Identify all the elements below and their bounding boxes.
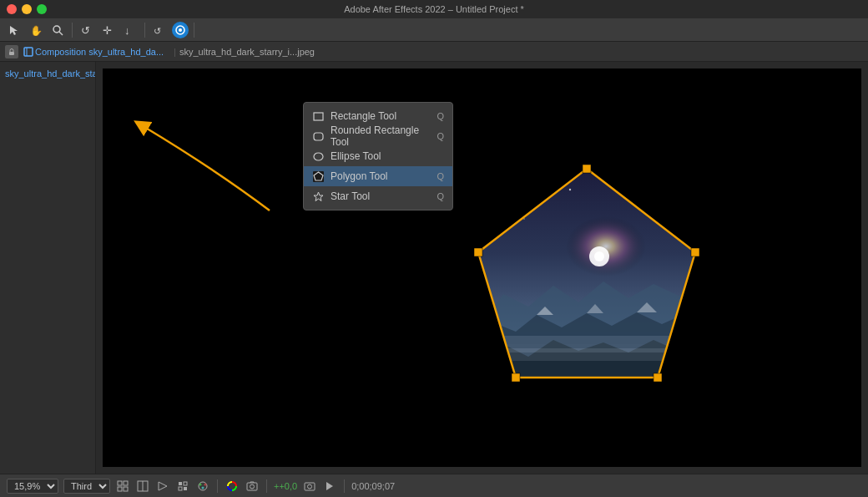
svg-text:↺: ↺	[81, 24, 90, 36]
shape-tool-button[interactable]	[172, 22, 189, 38]
svg-point-32	[669, 218, 671, 220]
canvas-black	[103, 68, 861, 467]
layer-tab-label[interactable]: sky_ultra_hd_dark_starry_i...jpeg	[179, 47, 315, 57]
view-toggle[interactable]	[135, 479, 150, 494]
svg-text:↺: ↺	[154, 26, 161, 36]
rounded-rectangle-tool-item[interactable]: Rounded Rectangle Tool Q	[304, 126, 452, 146]
svg-rect-53	[179, 482, 182, 485]
hand-tool[interactable]: ✋	[27, 21, 45, 39]
svg-rect-38	[474, 248, 482, 256]
minimize-button[interactable]	[22, 4, 32, 14]
snapshot-btn[interactable]	[245, 479, 260, 494]
svg-text:✋: ✋	[30, 24, 42, 36]
window-controls	[7, 4, 47, 14]
svg-rect-11	[24, 48, 33, 56]
separator-3	[194, 23, 194, 38]
star-tool-shortcut: Q	[437, 191, 444, 201]
pixel-toggle[interactable]	[175, 479, 190, 494]
maximize-button[interactable]	[37, 4, 47, 14]
move-down-tool[interactable]: ↓	[121, 21, 139, 39]
window-title: Adobe After Effects 2022 – Untitled Proj…	[344, 4, 524, 14]
svg-point-42	[314, 153, 323, 160]
lock-icon	[5, 45, 18, 58]
svg-rect-37	[512, 373, 520, 382]
star-tool-item[interactable]: Star Tool Q	[304, 186, 452, 206]
output-toggle[interactable]	[155, 479, 170, 494]
layer-item[interactable]: sky_ultra_hd_dark_starry_night_...	[0, 65, 95, 82]
svg-rect-54	[184, 482, 187, 485]
svg-rect-55	[179, 487, 182, 490]
view-select[interactable]: Third Half Full	[63, 479, 110, 494]
tabbar: Composition sky_ultra_hd_da... | sky_ult…	[0, 42, 868, 62]
svg-point-9	[179, 28, 182, 32]
rectangle-icon	[312, 110, 324, 122]
selection-tool[interactable]	[5, 21, 23, 39]
annotation-arrow	[119, 102, 303, 227]
svg-point-2	[53, 26, 60, 33]
canvas-area[interactable]: Rectangle Tool Q Rounded Rectangle Tool …	[96, 62, 868, 474]
separator-2	[144, 23, 145, 38]
svg-rect-47	[124, 481, 128, 485]
svg-rect-41	[314, 133, 323, 140]
svg-rect-10	[9, 52, 14, 55]
comp-icon	[22, 45, 35, 58]
svg-point-29	[628, 185, 629, 186]
svg-point-65	[308, 484, 312, 489]
status-divider-3	[344, 479, 345, 493]
star-tool-label: Star Tool	[331, 190, 430, 202]
svg-rect-35	[691, 248, 699, 256]
svg-point-58	[199, 483, 202, 485]
toolbar: ✋ ↺ ✛ ↓ ↺	[0, 18, 868, 42]
pentagon-shape[interactable]	[462, 160, 712, 394]
shape-tool-dropdown: Rectangle Tool Q Rounded Rectangle Tool …	[303, 102, 453, 210]
titlebar: Adobe After Effects 2022 – Untitled Proj…	[0, 0, 868, 18]
plus-value: ++0,0	[274, 481, 297, 491]
svg-rect-48	[118, 487, 122, 491]
rectangle-tool-shortcut: Q	[437, 111, 444, 121]
zoom-select[interactable]: 15,9% 25% 50% 100%	[7, 479, 58, 494]
color-palette-btn[interactable]	[225, 479, 240, 494]
svg-rect-49	[124, 487, 128, 491]
svg-rect-46	[118, 481, 122, 485]
svg-point-27	[536, 180, 537, 182]
camera-btn[interactable]	[302, 479, 317, 494]
move-tool[interactable]: ✛	[99, 21, 118, 39]
separator-1	[72, 23, 73, 38]
ellipse-tool-item[interactable]: Ellipse Tool	[304, 146, 452, 166]
rounded-rectangle-icon	[312, 130, 324, 142]
svg-point-63	[250, 484, 255, 489]
ellipse-tool-label: Ellipse Tool	[331, 150, 437, 162]
svg-text:✛: ✛	[103, 24, 112, 36]
screen-toggle[interactable]	[195, 479, 210, 494]
play-btn[interactable]	[322, 479, 337, 494]
svg-line-3	[59, 32, 63, 35]
svg-rect-40	[314, 113, 323, 120]
svg-rect-34	[583, 165, 591, 173]
rounded-rectangle-tool-shortcut: Q	[437, 131, 444, 141]
star-icon	[312, 190, 324, 202]
close-button[interactable]	[7, 4, 17, 14]
svg-marker-66	[326, 482, 333, 490]
rotate-left-tool[interactable]: ↺	[78, 21, 96, 39]
svg-marker-0	[10, 26, 18, 35]
rectangle-tool-label: Rectangle Tool	[331, 110, 430, 122]
ellipse-icon	[312, 150, 324, 162]
svg-point-28	[569, 189, 571, 190]
panel-left: sky_ultra_hd_dark_starry_night_...	[0, 62, 96, 474]
rectangle-tool-item[interactable]: Rectangle Tool Q	[304, 106, 452, 126]
status-divider-2	[266, 479, 267, 493]
polygon-tool-item[interactable]: Polygon Tool Q	[304, 166, 452, 186]
polygon-tool-shortcut: Q	[437, 171, 444, 181]
svg-marker-52	[159, 482, 167, 490]
svg-text:↓: ↓	[124, 24, 130, 36]
svg-point-59	[202, 486, 204, 489]
comp-tab-label[interactable]: Composition sky_ultra_hd_da...	[35, 47, 164, 57]
svg-point-60	[204, 483, 207, 485]
track-tool[interactable]: ↺	[150, 21, 169, 39]
svg-marker-45	[314, 192, 323, 201]
polygon-tool-label: Polygon Tool	[331, 170, 430, 182]
grid-toggle[interactable]	[115, 479, 130, 494]
statusbar: 15,9% 25% 50% 100% Third Half Full ++0,0	[0, 474, 868, 497]
zoom-tool[interactable]	[48, 21, 67, 39]
status-divider-1	[217, 479, 218, 493]
